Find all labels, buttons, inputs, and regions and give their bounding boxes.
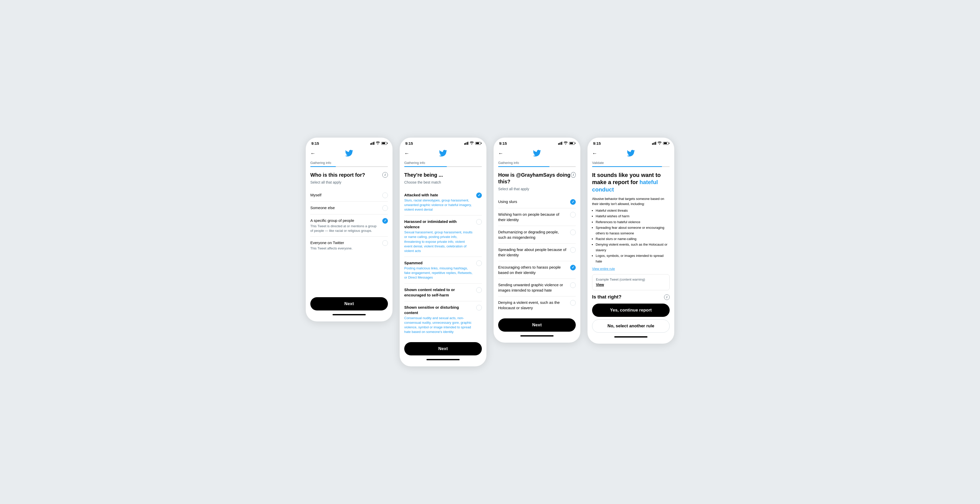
back-button[interactable]: ← bbox=[592, 151, 597, 156]
nav-bar: ← bbox=[493, 147, 580, 159]
back-button[interactable]: ← bbox=[498, 151, 503, 156]
category-title: Shown content related to or encouraged t… bbox=[404, 287, 473, 298]
category-item[interactable]: Shown sensitive or disturbing contentCon… bbox=[404, 301, 482, 338]
validate-desc: Abusive behavior that targets someone ba… bbox=[592, 196, 670, 206]
progress-section: Gathering info bbox=[306, 159, 393, 167]
option-item[interactable]: Denying a violent event, such as the Hol… bbox=[498, 297, 576, 314]
category-item[interactable]: SpammedPosting malicious links, misusing… bbox=[404, 257, 482, 283]
battery-icon bbox=[663, 142, 669, 145]
back-button[interactable]: ← bbox=[404, 151, 409, 156]
category-desc: Consensual nudity and sexual acts, non-c… bbox=[404, 316, 473, 335]
status-bar: 9:15 bbox=[400, 138, 487, 147]
validate-title: It sounds like you want to make a report… bbox=[592, 172, 670, 193]
next-button[interactable]: Next bbox=[310, 297, 388, 311]
radio-circle[interactable] bbox=[476, 193, 482, 198]
radio-circle[interactable] bbox=[570, 265, 576, 270]
radio-circle[interactable] bbox=[476, 305, 482, 311]
screen-being: 9:15←Gathering infoThey're being ...Choo… bbox=[400, 138, 487, 367]
signal-icon bbox=[558, 142, 563, 145]
category-item[interactable]: Shown content related to or encouraged t… bbox=[404, 284, 482, 301]
radio-circle[interactable] bbox=[570, 230, 576, 235]
info-icon[interactable]: i bbox=[382, 172, 388, 178]
option-item[interactable]: Using slurs bbox=[498, 196, 576, 208]
radio-circle[interactable] bbox=[570, 212, 576, 217]
category-desc: Posting malicious links, misusing hashta… bbox=[404, 266, 473, 280]
screen-subtitle: Choose the best match bbox=[404, 180, 482, 184]
screen-subtitle: Select all that apply bbox=[310, 180, 388, 184]
next-button[interactable]: Next bbox=[404, 342, 482, 356]
screen-title: They're being ... bbox=[404, 172, 443, 178]
category-title: Attacked with hate bbox=[404, 192, 473, 198]
wifi-icon bbox=[376, 142, 380, 145]
radio-circle[interactable] bbox=[570, 282, 576, 288]
option-item[interactable]: A specific group of peopleThis Tweet is … bbox=[310, 214, 388, 236]
info-icon[interactable]: i bbox=[571, 172, 576, 178]
validate-list: Hateful violent threatsHateful wishes of… bbox=[592, 208, 670, 264]
no-select-rule-button[interactable]: No, select another rule bbox=[592, 319, 670, 333]
example-tweet-label: Example Tweet (content warning) bbox=[596, 278, 666, 281]
option-label: Denying a violent event, such as the Hol… bbox=[498, 300, 567, 311]
view-tweet-link[interactable]: View bbox=[596, 282, 604, 287]
option-label: Everyone on Twitter bbox=[310, 240, 379, 246]
nav-bar: ← bbox=[587, 147, 674, 159]
status-time: 9:15 bbox=[311, 141, 319, 145]
option-item[interactable]: Everyone on TwitterThis Tweet affects ev… bbox=[310, 237, 388, 254]
option-label: Myself bbox=[310, 192, 379, 198]
radio-circle[interactable] bbox=[476, 219, 482, 225]
option-item[interactable]: Myself bbox=[310, 189, 388, 201]
validate-list-item: Hateful wishes of harm bbox=[596, 214, 670, 219]
option-item[interactable]: Spreading fear about people because of t… bbox=[498, 244, 576, 261]
validate-list-item: Denying violent events, such as the Holo… bbox=[596, 242, 670, 253]
option-label: Wishing harm on people because of their … bbox=[498, 212, 567, 222]
battery-icon bbox=[475, 142, 481, 145]
radio-circle[interactable] bbox=[476, 287, 482, 293]
option-item[interactable]: Wishing harm on people because of their … bbox=[498, 208, 576, 226]
status-bar: 9:15 bbox=[587, 138, 674, 147]
status-time: 9:15 bbox=[405, 141, 413, 145]
category-item[interactable]: Harassed or intimidated with violenceSex… bbox=[404, 215, 482, 257]
status-time: 9:15 bbox=[593, 141, 601, 145]
option-item[interactable]: Dehumanizing or degrading people, such a… bbox=[498, 226, 576, 243]
hateful-conduct-link[interactable]: hateful conduct bbox=[592, 179, 658, 193]
option-item[interactable]: Someone else bbox=[310, 202, 388, 214]
validate-list-item: Spreading fear about someone or encourag… bbox=[596, 225, 670, 236]
screen-validate: 9:15←ValidateIt sounds like you want to … bbox=[587, 138, 674, 344]
nav-bar: ← bbox=[400, 147, 487, 159]
yes-continue-button[interactable]: Yes, continue report bbox=[592, 303, 670, 317]
next-button[interactable]: Next bbox=[498, 318, 576, 332]
radio-circle[interactable] bbox=[382, 193, 388, 198]
radio-circle[interactable] bbox=[382, 205, 388, 211]
option-text-block: Myself bbox=[310, 192, 382, 198]
screen-who-report-for: 9:15←Gathering infoWho is this report fo… bbox=[306, 138, 393, 321]
option-label: A specific group of people bbox=[310, 218, 379, 223]
category-desc: Sexual harassment, group harassment, ins… bbox=[404, 230, 473, 253]
is-right-info-icon[interactable]: i bbox=[664, 294, 670, 300]
screen-content: It sounds like you want to make a report… bbox=[587, 167, 674, 333]
home-indicator bbox=[520, 335, 554, 337]
radio-circle[interactable] bbox=[382, 218, 388, 224]
back-button[interactable]: ← bbox=[310, 151, 315, 156]
twitter-logo bbox=[533, 149, 541, 157]
twitter-logo bbox=[439, 149, 447, 157]
radio-circle[interactable] bbox=[382, 240, 388, 246]
signal-icon bbox=[652, 142, 656, 145]
validate-list-item: References to hateful violence bbox=[596, 219, 670, 225]
progress-label: Gathering info bbox=[310, 161, 388, 165]
screen-how-doing: 9:15←Gathering infoHow is @GrayhamSays d… bbox=[493, 138, 580, 343]
wifi-icon bbox=[470, 142, 474, 145]
radio-circle[interactable] bbox=[570, 300, 576, 306]
signal-icon bbox=[464, 142, 469, 145]
option-item[interactable]: Encouraging others to harass people base… bbox=[498, 261, 576, 279]
category-item[interactable]: Attacked with hateSlurs, racial stereoty… bbox=[404, 189, 482, 215]
category-title: Harassed or intimidated with violence bbox=[404, 219, 473, 230]
option-label: Sending unwanted graphic violence or ima… bbox=[498, 282, 567, 293]
radio-circle[interactable] bbox=[476, 260, 482, 266]
twitter-logo bbox=[345, 149, 353, 157]
category-title: Spammed bbox=[404, 260, 473, 266]
radio-circle[interactable] bbox=[570, 247, 576, 253]
radio-circle[interactable] bbox=[570, 199, 576, 205]
option-label: Someone else bbox=[310, 205, 379, 211]
progress-section: Gathering info bbox=[493, 159, 580, 167]
option-item[interactable]: Sending unwanted graphic violence or ima… bbox=[498, 279, 576, 296]
view-entire-rule-link[interactable]: View entire rule bbox=[592, 267, 670, 271]
